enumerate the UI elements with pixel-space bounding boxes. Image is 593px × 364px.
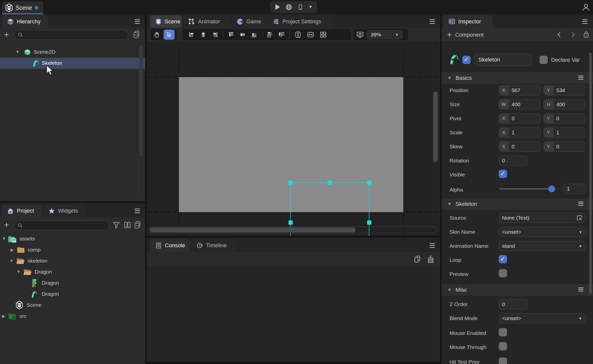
tab-project[interactable]: Project [2,204,42,217]
alpha-value-field[interactable]: 1 [564,184,586,194]
chevron-left-icon[interactable] [556,31,563,38]
blend-mode-dropdown[interactable]: <unset> ▼ [499,313,586,323]
section-menu-icon[interactable] [578,75,583,80]
scale-x-field[interactable]: X1 [499,128,540,138]
section-menu-icon[interactable] [578,201,583,206]
project-menu-icon[interactable] [135,207,140,214]
distribute-horizontal-icon[interactable] [276,31,287,38]
project-search-input[interactable] [14,221,109,230]
add-component-button[interactable]: + [447,30,452,39]
project-search-field[interactable] [25,221,105,229]
canvas-vertical-scrollbar-thumb[interactable] [433,91,438,162]
selection-handle-mid-right[interactable] [367,220,371,225]
tab-console[interactable]: Console [150,239,190,252]
align-center-horizontal-icon[interactable] [197,31,209,38]
tree-row-skeleton-folder[interactable]: ▼ skeleton [0,256,145,267]
chevron-right-icon[interactable] [570,31,576,38]
hierarchy-search-input[interactable] [15,30,128,39]
canvas-vertical-scrollbar[interactable] [432,43,439,225]
tab-project-settings[interactable]: Project Settings [268,15,333,28]
tree-row-dragon-skeleton[interactable]: Dragon [0,289,145,300]
fit-height-icon[interactable] [292,31,304,38]
selection-handle-mid-left[interactable] [288,220,293,225]
hierarchy-menu-icon[interactable] [135,18,140,25]
select-tool-icon[interactable] [164,30,175,40]
scene-view-menu-icon[interactable] [430,18,435,25]
run-options-dropdown-icon[interactable]: ▼ [309,5,313,10]
hierarchy-search-field[interactable] [25,31,125,38]
console-menu-icon[interactable] [430,242,435,249]
duplicate-icon[interactable] [133,30,140,39]
align-right-icon[interactable] [209,31,221,38]
copy-log-icon[interactable] [414,255,421,264]
canvas-horizontal-scrollbar-thumb[interactable] [150,227,356,232]
globe-icon[interactable] [285,4,292,11]
tree-row-assets[interactable]: ▼ assets [0,233,145,245]
tab-timeline[interactable]: Timeline [191,239,235,252]
grid-layout-icon[interactable] [317,31,329,38]
animation-name-dropdown[interactable]: stand ▼ [499,241,586,251]
expand-caret-icon[interactable]: ▼ [2,236,6,241]
play-icon[interactable] [275,4,280,10]
align-bottom-icon[interactable] [248,31,260,38]
tree-row-scene-file[interactable]: Scene [0,300,145,311]
hierarchy-add-button[interactable]: + [4,30,9,39]
canvas-horizontal-scrollbar[interactable] [149,226,437,233]
z-order-field[interactable]: 0 [499,299,528,309]
tree-row-scene2d[interactable]: ▼ Scene2D [0,47,145,58]
display-icon[interactable] [356,31,364,38]
pivot-y-field[interactable]: Y0 [543,113,585,124]
mobile-device-icon[interactable] [297,4,304,11]
console-scrollbar[interactable] [433,268,438,360]
align-center-vertical-icon[interactable] [237,31,248,38]
skew-x-field[interactable]: X0 [499,142,540,152]
scene-background-rect[interactable] [179,77,403,212]
scene-canvas[interactable] [147,42,440,236]
hierarchy-scrollbar-thumb[interactable] [139,45,142,156]
loop-checkbox[interactable] [499,255,507,263]
size-w-field[interactable]: W400 [499,99,540,109]
position-x-field[interactable]: X567 [499,85,540,95]
visible-checkbox[interactable] [499,170,507,178]
collapse-caret-icon[interactable]: ▶ [2,314,5,319]
expand-caret-icon[interactable]: ▼ [10,259,14,263]
tab-scene[interactable]: Scene [150,15,182,28]
tree-row-comp[interactable]: ▶ comp [0,245,145,256]
inspector-menu-icon[interactable] [582,18,587,25]
inspector-scrollbar-thumb[interactable] [589,53,592,294]
console-output[interactable] [147,266,440,362]
user-account-icon[interactable] [581,3,590,12]
align-left-icon[interactable] [186,31,197,38]
scene-document-tab[interactable]: Scene [2,2,43,14]
pivot-x-field[interactable]: X0 [499,113,540,124]
hit-test-checkbox[interactable] [499,357,507,364]
tree-row-dragon-folder[interactable]: ▼ Dragon [0,267,145,278]
duplicate-icon[interactable] [134,221,141,229]
expand-caret-icon[interactable]: ▼ [16,50,20,54]
zoom-level-dropdown[interactable]: 39% ▼ [367,30,403,39]
alpha-slider-thumb[interactable] [548,186,555,192]
mouse-enabled-checkbox[interactable] [499,328,507,336]
collapse-caret-icon[interactable]: ▶ [11,248,14,252]
mouse-through-checkbox[interactable] [499,342,507,350]
inspector-scrollbar[interactable] [589,50,592,361]
skew-y-field[interactable]: Y0 [543,142,585,152]
tree-row-skeleton[interactable]: Skeleton [0,58,145,69]
section-basics[interactable]: ▼ Basics [441,72,593,84]
alpha-slider[interactable] [499,189,556,189]
project-add-button[interactable]: + [4,220,9,230]
tab-widgets[interactable]: Widgets [43,204,85,217]
section-skeleton[interactable]: ▼ Skeleton [441,198,593,210]
tree-row-src[interactable]: ▶ src [0,311,145,322]
hierarchy-scrollbar[interactable] [139,42,143,199]
section-misc[interactable]: ▼ Misc [441,284,593,296]
filter-icon[interactable] [113,221,120,229]
size-h-field[interactable]: H400 [543,99,585,109]
rotation-field[interactable]: 0 [499,156,528,166]
align-top-icon[interactable] [225,31,237,38]
lock-icon[interactable] [583,31,590,38]
tab-game[interactable]: Game [232,15,267,28]
position-y-field[interactable]: Y534 [543,85,585,95]
tab-animator[interactable]: Animator [183,15,231,28]
component-name-input[interactable] [474,54,531,66]
